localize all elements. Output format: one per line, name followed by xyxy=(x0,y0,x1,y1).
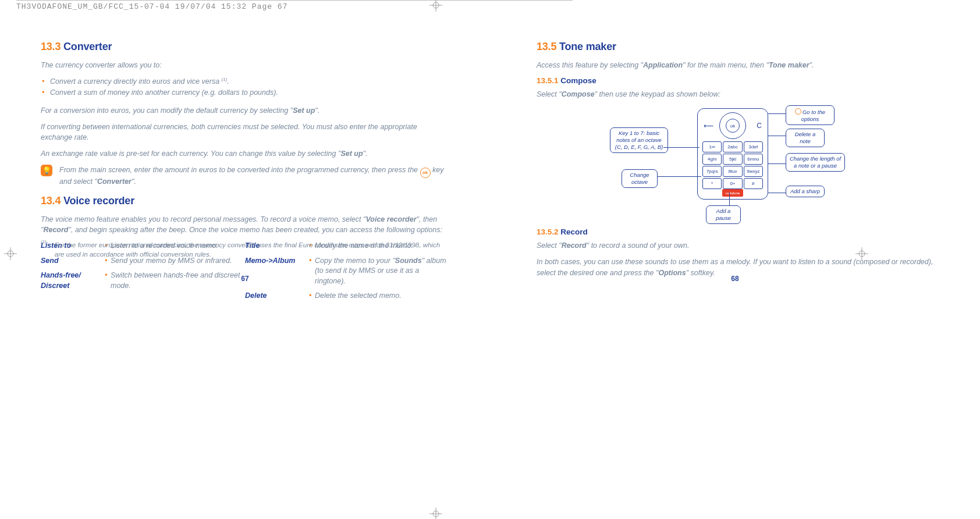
footnote: (1) For the former european national cur… xyxy=(41,240,449,260)
tone-maker-intro: Access this feature by selecting "Applic… xyxy=(537,60,933,70)
section-number: 13.3 xyxy=(41,41,61,52)
section-number: 13.4 xyxy=(41,195,61,207)
option-label: Delete xyxy=(245,291,309,301)
option-desc: Switch between hands-free and discreet m… xyxy=(105,271,245,291)
tip-callout: 💡 From the main screen, enter the amount… xyxy=(41,165,449,187)
brand-label: vodafone xyxy=(722,189,743,197)
section-13-3-title: 13.3 Converter xyxy=(41,41,449,53)
key-5: 5jkl xyxy=(723,154,742,165)
option-delete: Delete Delete the selected memo. xyxy=(245,291,449,301)
option-label: Hands-free/ Discreet xyxy=(41,271,105,291)
key-2: 2abc xyxy=(723,141,742,152)
list-item: Convert a sum of money into another curr… xyxy=(41,87,449,98)
callout-change-length: Change the length of a note or a pause xyxy=(786,153,845,172)
section-13-5-1-title: 13.5.1 Compose xyxy=(537,76,933,85)
subsection-number: 13.5.1 xyxy=(537,76,559,85)
callout-basic-notes: Key 1 to 7: basic notes of an octave (C,… xyxy=(610,127,668,153)
body-paragraph: For a conversion into euros, you can mod… xyxy=(41,105,449,116)
page-68: 13.5 Tone maker Access this feature by s… xyxy=(490,29,980,306)
left-softkey-icon: ⟵ xyxy=(704,122,713,130)
key-hash: # xyxy=(744,178,763,189)
tip-text: From the main screen, enter the amount i… xyxy=(59,165,449,187)
converter-bullet-list: Convert a currency directly into euros a… xyxy=(41,76,449,98)
page-number: 68 xyxy=(731,275,738,283)
c-key-icon: C xyxy=(757,122,762,130)
footnote-number: (1) xyxy=(41,239,47,258)
print-job-header: TH3VODAFONE_UM_GB/FCC_15-07-04 19/07/04 … xyxy=(16,2,287,11)
converter-intro: The currency converter allows you to: xyxy=(41,60,449,70)
option-desc: Delete the selected memo. xyxy=(309,291,402,301)
page-67: 13.3 Converter The currency converter al… xyxy=(0,29,490,306)
section-name: Converter xyxy=(63,41,112,52)
option-memo-album: Memo->Album Copy the memo to your "Sound… xyxy=(245,256,449,287)
page-number: 67 xyxy=(241,275,248,283)
footnote-text: For the former european national currenc… xyxy=(55,240,449,260)
key-star: * xyxy=(702,178,722,189)
ok-key-icon: ok xyxy=(726,119,740,133)
section-13-4-title: 13.4 Voice recorder xyxy=(41,195,449,207)
callout-delete-note: Delete a note xyxy=(786,129,825,147)
subsection-number: 13.5.2 xyxy=(537,227,559,236)
subsection-name: Record xyxy=(560,227,588,236)
body-paragraph: If converting between international curr… xyxy=(41,122,449,143)
option-handsfree: Hands-free/ Discreet Switch between hand… xyxy=(41,271,245,291)
record-p1: Select "Record" to record a sound of you… xyxy=(537,240,933,251)
key-7: 7pqrs xyxy=(702,166,722,177)
callout-add-pause: Add a pause xyxy=(706,205,741,224)
phone-keypad-icon: ok ⟵ C 1∞ 2abc 3def 4ghi 5jkl 6mno 7pqrs… xyxy=(697,108,773,201)
key-6: 6mno xyxy=(744,154,763,165)
callout-change-octave: Change octave xyxy=(622,169,658,188)
section-13-5-2-title: 13.5.2 Record xyxy=(537,227,933,236)
callout-go-to-options: Go to the options xyxy=(786,105,835,125)
key-9: 9wxyz xyxy=(744,166,763,177)
registration-mark-icon xyxy=(429,507,442,519)
body-paragraph: An exchange rate value is pre-set for ea… xyxy=(41,148,449,159)
compose-text: Select "Compose" then use the keypad as … xyxy=(537,89,933,99)
key-0: 0+ xyxy=(723,178,742,189)
section-name: Tone maker xyxy=(559,41,616,52)
voice-recorder-intro: The voice memo feature enables you to re… xyxy=(41,214,449,235)
section-name: Voice recorder xyxy=(63,195,134,207)
list-item: Convert a currency directly into euros a… xyxy=(41,76,449,87)
lightbulb-icon: 💡 xyxy=(41,165,52,176)
section-number: 13.5 xyxy=(537,41,556,52)
keypad-diagram: ok ⟵ C 1∞ 2abc 3def 4ghi 5jkl 6mno 7pqrs… xyxy=(610,105,860,222)
key-4: 4ghi xyxy=(702,154,722,165)
registration-mark-icon xyxy=(429,0,442,12)
footnote-ref: (1) xyxy=(222,77,228,82)
section-13-5-title: 13.5 Tone maker xyxy=(537,41,933,53)
option-desc: Copy the memo to your "Sounds" album (to… xyxy=(309,256,449,287)
key-3: 3def xyxy=(744,141,763,152)
subsection-name: Compose xyxy=(560,76,596,85)
callout-add-sharp: Add a sharp xyxy=(786,186,825,197)
key-8: 8tuv xyxy=(723,166,742,177)
key-1: 1∞ xyxy=(702,141,722,152)
ok-key-icon: ok xyxy=(420,168,431,178)
